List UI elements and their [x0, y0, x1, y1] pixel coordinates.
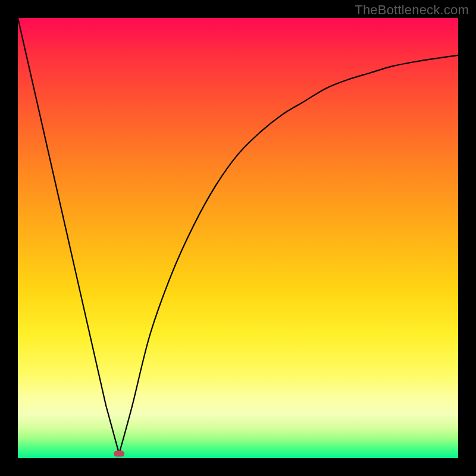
plot-area: [18, 18, 458, 458]
curve-right: [119, 55, 458, 454]
curve-svg: [18, 18, 458, 458]
watermark-text: TheBottleneck.com: [355, 2, 469, 18]
curve-left: [18, 18, 119, 454]
minimum-marker: [114, 451, 124, 457]
chart-frame: TheBottleneck.com: [0, 0, 476, 476]
